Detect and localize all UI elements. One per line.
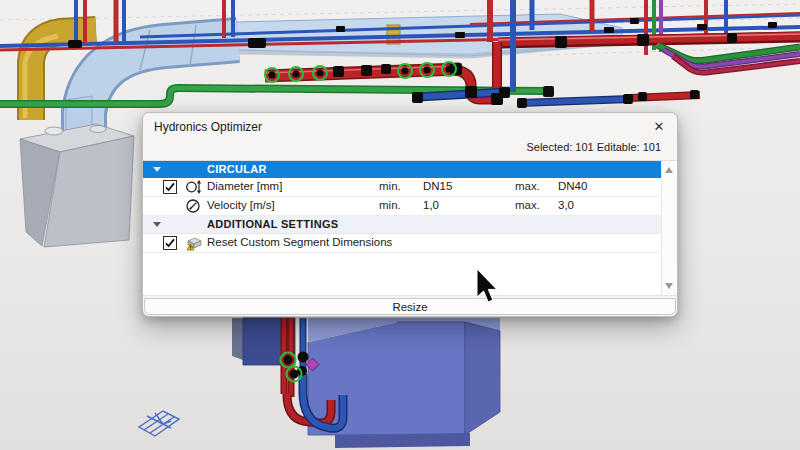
diameter-icon (185, 179, 203, 195)
row-label: Diameter [mm] (207, 180, 282, 192)
scroll-down-icon[interactable] (665, 283, 673, 289)
scroll-up-icon[interactable] (665, 167, 673, 173)
section-label-circular: CIRCULAR (207, 163, 267, 175)
collapse-icon[interactable] (153, 222, 161, 227)
dialog-title: Hydronics Optimizer (154, 120, 262, 134)
segment-warning-icon (185, 235, 203, 251)
diameter-checkbox[interactable] (163, 180, 177, 194)
section-label-additional: ADDITIONAL SETTINGS (207, 218, 338, 230)
dialog-titlebar[interactable]: Hydronics Optimizer ✕ (143, 113, 677, 139)
section-header-circular[interactable]: CIRCULAR (143, 161, 661, 178)
min-label: min. (379, 199, 401, 211)
max-value[interactable]: DN40 (558, 180, 587, 192)
scrollbar[interactable] (661, 161, 677, 295)
min-label: min. (379, 180, 401, 192)
row-label: Reset Custom Segment Dimensions (207, 236, 392, 248)
min-value[interactable]: 1,0 (423, 199, 439, 211)
min-value[interactable]: DN15 (423, 180, 452, 192)
reset-row: Reset Custom Segment Dimensions (143, 234, 661, 253)
collapse-icon[interactable] (153, 167, 161, 172)
selection-status: Selected: 101 Editable: 101 (526, 141, 661, 153)
resize-button[interactable]: Resize (144, 298, 676, 315)
velocity-row: Velocity [m/s] min. 1,0 max. 3,0 (143, 197, 661, 216)
equipment-bottom (232, 318, 500, 448)
checkmark-icon (164, 181, 176, 193)
max-value[interactable]: 3,0 (558, 199, 574, 211)
settings-table: CIRCULAR Diameter [mm] min. DN15 max. DN… (143, 160, 677, 296)
diameter-row: Diameter [mm] min. DN15 max. DN40 (143, 178, 661, 197)
velocity-gauge-icon (185, 198, 203, 214)
reset-checkbox[interactable] (163, 236, 177, 250)
loop-pipes-right (657, 45, 800, 73)
grid-symbol (139, 411, 179, 436)
row-label: Velocity [m/s] (207, 199, 275, 211)
max-label: max. (515, 180, 540, 192)
hydronics-optimizer-dialog: Hydronics Optimizer ✕ Selected: 101 Edit… (142, 112, 678, 317)
max-label: max. (515, 199, 540, 211)
close-icon[interactable]: ✕ (649, 117, 669, 137)
section-header-additional-settings[interactable]: ADDITIONAL SETTINGS (143, 216, 661, 234)
checkmark-icon (164, 237, 176, 249)
